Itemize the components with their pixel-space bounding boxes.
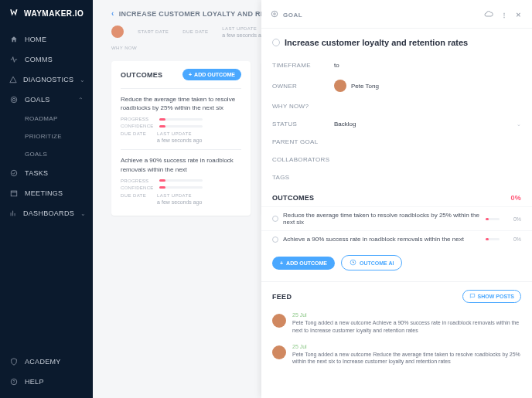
feed-item: 25 Jul Pete Tong added a new outcome Red… [261,339,532,371]
chevron-down-icon: ⌄ [80,210,86,217]
close-icon[interactable]: ✕ [514,10,523,20]
nav-tasks[interactable]: TASKS [0,163,93,183]
bars-icon [9,209,17,218]
nav-diagnostics[interactable]: DIAGNOSTICS ⌄ [0,70,93,90]
plus-icon: + [189,72,192,77]
logo-icon [9,8,20,19]
avatar [111,26,124,38]
pulse-icon [9,55,19,64]
triangle-icon [9,75,17,84]
svg-point-1 [12,98,15,100]
target-icon [271,10,278,19]
chevron-down-icon: ⌄ [80,77,85,83]
feed-avatar [272,345,286,359]
outcome-radio[interactable] [272,236,278,243]
drawer-outcome-item[interactable]: Achieve a 90% success rate in roadblock … [261,230,532,247]
target-icon [9,95,19,104]
ai-icon [350,259,356,267]
field-timeframe[interactable]: TIMEFRAME to [261,56,532,74]
svg-rect-3 [11,191,17,196]
add-outcome-button[interactable]: +ADD OUTCOME [182,69,241,80]
outcome-ai-button[interactable]: OUTCOME AI [341,255,402,270]
calendar-icon [9,189,19,198]
field-why-now[interactable]: WHY NOW? [261,97,532,115]
plus-icon: + [280,260,283,266]
outcome-item[interactable]: Achieve a 90% success rate in roadblock … [121,149,241,210]
outcomes-section-head: OUTCOMES 0% [261,186,532,206]
field-status[interactable]: STATUS Backlog ⌄ [261,115,532,133]
nav-academy[interactable]: ACADEMY [0,352,93,372]
svg-point-7 [274,13,276,15]
svg-text:?: ? [13,379,15,384]
field-owner[interactable]: OWNER Pete Tong [261,74,532,97]
feed-item: 25 Jul Pete Tong added a new outcome Ach… [261,308,532,339]
nav-meetings[interactable]: MEETINGS [0,183,93,203]
nav-roadmap[interactable]: ROADMAP [0,110,93,128]
svg-point-2 [11,170,17,176]
nav-goals[interactable]: GOALS ⌃ [0,90,93,110]
outcomes-pct: 0% [510,194,521,202]
brand-text: WAYMAKER.IO [24,9,84,18]
chat-icon [469,293,476,300]
field-parent-goal[interactable]: PARENT GOAL [261,133,532,151]
home-icon [9,35,19,44]
nav-prioritize[interactable]: PRIORITIZE [0,128,93,145]
goal-status-radio[interactable] [272,39,280,46]
chevron-down-icon: ⌄ [517,121,521,128]
feed-section-head: FEED SHOW POSTS [261,281,532,308]
outcome-item[interactable]: Reduce the average time taken to resolve… [121,88,241,149]
chevron-up-icon: ⌃ [78,97,84,104]
field-collaborators[interactable]: COLLABORATORS [261,151,532,168]
progress-bar [486,218,500,220]
outcome-radio[interactable] [272,216,278,222]
drawer-title: Increase customer loyalty and retention … [261,29,532,56]
svg-point-0 [11,97,17,103]
more-icon[interactable]: ⋮ [500,10,510,20]
nav-dashboards[interactable]: DASHBOARDS ⌄ [0,203,93,223]
nav-home[interactable]: HOME [0,29,93,49]
shield-icon [9,357,19,366]
progress-bar [486,238,500,240]
feed-avatar [272,314,286,328]
outcomes-card: OUTCOMES +ADD OUTCOME Reduce the average… [111,61,251,216]
cloud-icon[interactable] [483,8,495,22]
outcomes-title: OUTCOMES [121,71,162,79]
logo: WAYMAKER.IO [0,0,93,26]
help-icon: ? [9,377,19,386]
nav-goals-sub[interactable]: GOALS [0,145,93,163]
drawer-outcome-item[interactable]: Reduce the average time taken to resolve… [261,206,532,230]
back-button[interactable]: ‹ [111,9,114,18]
svg-point-6 [271,11,278,17]
nav-comms[interactable]: COMMS [0,49,93,70]
owner-avatar [334,80,346,92]
show-posts-button[interactable]: SHOW POSTS [462,290,521,303]
goal-drawer: GOAL ⋮ ✕ Increase customer loyalty and r… [261,0,532,398]
add-outcome-button[interactable]: +ADD OUTCOME [272,257,335,270]
nav-help[interactable]: ? HELP [0,372,93,392]
drawer-head-label: GOAL [283,12,302,19]
field-tags[interactable]: TAGS [261,168,532,186]
sidebar: WAYMAKER.IO HOME COMMS DIAGNOSTICS ⌄ GOA… [0,0,93,398]
check-icon [9,168,19,178]
